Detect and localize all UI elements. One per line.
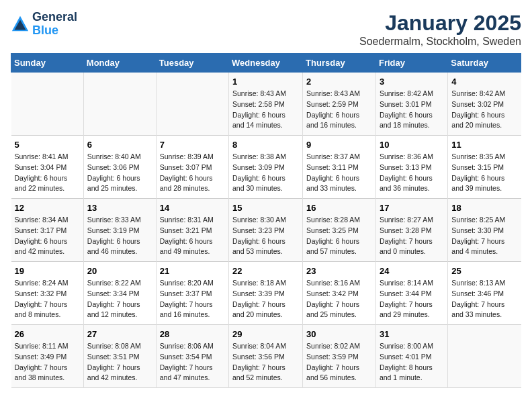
calendar-cell: 7Sunrise: 8:39 AM Sunset: 3:07 PM Daylig… — [156, 136, 228, 199]
day-number: 10 — [380, 140, 444, 150]
calendar-cell: 22Sunrise: 8:18 AM Sunset: 3:39 PM Dayli… — [229, 262, 303, 325]
day-info: Sunrise: 8:13 AM Sunset: 3:46 PM Dayligh… — [451, 278, 517, 320]
day-info: Sunrise: 8:20 AM Sunset: 3:37 PM Dayligh… — [160, 278, 225, 320]
calendar-cell: 11Sunrise: 8:35 AM Sunset: 3:15 PM Dayli… — [448, 136, 521, 199]
weekday-header-row: SundayMondayTuesdayWednesdayThursdayFrid… — [11, 54, 521, 73]
week-row-1: 1Sunrise: 8:43 AM Sunset: 2:58 PM Daylig… — [11, 73, 521, 136]
day-info: Sunrise: 8:30 AM Sunset: 3:23 PM Dayligh… — [232, 215, 299, 257]
calendar-table: SundayMondayTuesdayWednesdayThursdayFrid… — [11, 53, 521, 388]
day-info: Sunrise: 8:39 AM Sunset: 3:07 PM Dayligh… — [160, 152, 225, 194]
calendar-cell: 25Sunrise: 8:13 AM Sunset: 3:46 PM Dayli… — [448, 262, 521, 325]
day-info: Sunrise: 8:33 AM Sunset: 3:19 PM Dayligh… — [87, 215, 152, 257]
day-info: Sunrise: 8:04 AM Sunset: 3:56 PM Dayligh… — [232, 341, 299, 383]
day-number: 17 — [380, 203, 444, 213]
calendar-cell: 18Sunrise: 8:25 AM Sunset: 3:30 PM Dayli… — [448, 199, 521, 262]
calendar-cell — [11, 73, 84, 136]
calendar-cell — [448, 325, 521, 388]
logo: General Blue — [11, 11, 77, 38]
day-number: 14 — [160, 203, 225, 213]
calendar-cell: 4Sunrise: 8:42 AM Sunset: 3:02 PM Daylig… — [448, 73, 521, 136]
page-header: General Blue January 2025 Soedermalm, St… — [11, 11, 521, 48]
calendar-cell: 27Sunrise: 8:08 AM Sunset: 3:51 PM Dayli… — [83, 325, 156, 388]
logo-text: General Blue — [32, 11, 77, 38]
calendar-cell: 20Sunrise: 8:22 AM Sunset: 3:34 PM Dayli… — [83, 262, 156, 325]
day-info: Sunrise: 8:43 AM Sunset: 2:59 PM Dayligh… — [306, 89, 372, 131]
day-info: Sunrise: 8:42 AM Sunset: 3:01 PM Dayligh… — [380, 89, 444, 131]
day-info: Sunrise: 8:24 AM Sunset: 3:32 PM Dayligh… — [15, 278, 80, 320]
day-info: Sunrise: 8:27 AM Sunset: 3:28 PM Dayligh… — [380, 215, 444, 257]
calendar-cell: 16Sunrise: 8:28 AM Sunset: 3:25 PM Dayli… — [303, 199, 376, 262]
day-info: Sunrise: 8:36 AM Sunset: 3:13 PM Dayligh… — [380, 152, 444, 194]
day-number: 6 — [87, 140, 152, 150]
day-number: 25 — [451, 266, 517, 276]
day-number: 30 — [306, 329, 372, 339]
week-row-5: 26Sunrise: 8:11 AM Sunset: 3:49 PM Dayli… — [11, 325, 521, 388]
calendar-cell: 17Sunrise: 8:27 AM Sunset: 3:28 PM Dayli… — [375, 199, 447, 262]
day-number: 18 — [451, 203, 517, 213]
calendar-cell: 10Sunrise: 8:36 AM Sunset: 3:13 PM Dayli… — [375, 136, 447, 199]
day-number: 19 — [15, 266, 80, 276]
calendar-cell — [83, 73, 156, 136]
weekday-header-saturday: Saturday — [448, 54, 521, 73]
calendar-cell: 26Sunrise: 8:11 AM Sunset: 3:49 PM Dayli… — [11, 325, 84, 388]
calendar-title: January 2025 — [359, 11, 521, 36]
day-number: 13 — [87, 203, 152, 213]
day-number: 2 — [306, 77, 372, 87]
day-number: 5 — [15, 140, 80, 150]
day-info: Sunrise: 8:38 AM Sunset: 3:09 PM Dayligh… — [232, 152, 299, 194]
day-info: Sunrise: 8:14 AM Sunset: 3:44 PM Dayligh… — [380, 278, 444, 320]
day-number: 31 — [380, 329, 444, 339]
day-number: 4 — [451, 77, 517, 87]
day-number: 21 — [160, 266, 225, 276]
week-row-2: 5Sunrise: 8:41 AM Sunset: 3:04 PM Daylig… — [11, 136, 521, 199]
day-number: 23 — [306, 266, 372, 276]
weekday-header-tuesday: Tuesday — [156, 54, 228, 73]
week-row-4: 19Sunrise: 8:24 AM Sunset: 3:32 PM Dayli… — [11, 262, 521, 325]
day-number: 26 — [15, 329, 80, 339]
logo-icon — [11, 15, 30, 34]
day-number: 7 — [160, 140, 225, 150]
calendar-cell: 3Sunrise: 8:42 AM Sunset: 3:01 PM Daylig… — [375, 73, 447, 136]
calendar-cell: 5Sunrise: 8:41 AM Sunset: 3:04 PM Daylig… — [11, 136, 84, 199]
calendar-cell: 29Sunrise: 8:04 AM Sunset: 3:56 PM Dayli… — [229, 325, 303, 388]
day-info: Sunrise: 8:34 AM Sunset: 3:17 PM Dayligh… — [15, 215, 80, 257]
day-info: Sunrise: 8:35 AM Sunset: 3:15 PM Dayligh… — [451, 152, 517, 194]
day-number: 11 — [451, 140, 517, 150]
calendar-cell: 28Sunrise: 8:06 AM Sunset: 3:54 PM Dayli… — [156, 325, 228, 388]
calendar-cell: 6Sunrise: 8:40 AM Sunset: 3:06 PM Daylig… — [83, 136, 156, 199]
day-info: Sunrise: 8:37 AM Sunset: 3:11 PM Dayligh… — [306, 152, 372, 194]
day-number: 27 — [87, 329, 152, 339]
day-info: Sunrise: 8:11 AM Sunset: 3:49 PM Dayligh… — [15, 341, 80, 383]
calendar-cell: 12Sunrise: 8:34 AM Sunset: 3:17 PM Dayli… — [11, 199, 84, 262]
day-number: 12 — [15, 203, 80, 213]
day-info: Sunrise: 8:25 AM Sunset: 3:30 PM Dayligh… — [451, 215, 517, 257]
calendar-cell: 31Sunrise: 8:00 AM Sunset: 4:01 PM Dayli… — [375, 325, 447, 388]
title-section: January 2025 Soedermalm, Stockholm, Swed… — [359, 11, 521, 48]
calendar-cell: 1Sunrise: 8:43 AM Sunset: 2:58 PM Daylig… — [229, 73, 303, 136]
weekday-header-wednesday: Wednesday — [229, 54, 303, 73]
day-info: Sunrise: 8:31 AM Sunset: 3:21 PM Dayligh… — [160, 215, 225, 257]
day-number: 1 — [232, 77, 299, 87]
calendar-subtitle: Soedermalm, Stockholm, Sweden — [359, 36, 521, 48]
day-info: Sunrise: 8:16 AM Sunset: 3:42 PM Dayligh… — [306, 278, 372, 320]
calendar-cell: 30Sunrise: 8:02 AM Sunset: 3:59 PM Dayli… — [303, 325, 376, 388]
day-info: Sunrise: 8:28 AM Sunset: 3:25 PM Dayligh… — [306, 215, 372, 257]
calendar-cell: 21Sunrise: 8:20 AM Sunset: 3:37 PM Dayli… — [156, 262, 228, 325]
day-number: 3 — [380, 77, 444, 87]
calendar-cell: 2Sunrise: 8:43 AM Sunset: 2:59 PM Daylig… — [303, 73, 376, 136]
week-row-3: 12Sunrise: 8:34 AM Sunset: 3:17 PM Dayli… — [11, 199, 521, 262]
day-number: 15 — [232, 203, 299, 213]
day-info: Sunrise: 8:06 AM Sunset: 3:54 PM Dayligh… — [160, 341, 225, 383]
day-number: 24 — [380, 266, 444, 276]
day-number: 20 — [87, 266, 152, 276]
weekday-header-monday: Monday — [83, 54, 156, 73]
day-info: Sunrise: 8:43 AM Sunset: 2:58 PM Dayligh… — [232, 89, 299, 131]
day-info: Sunrise: 8:08 AM Sunset: 3:51 PM Dayligh… — [87, 341, 152, 383]
calendar-cell — [156, 73, 228, 136]
weekday-header-thursday: Thursday — [303, 54, 376, 73]
calendar-cell: 14Sunrise: 8:31 AM Sunset: 3:21 PM Dayli… — [156, 199, 228, 262]
day-info: Sunrise: 8:02 AM Sunset: 3:59 PM Dayligh… — [306, 341, 372, 383]
day-info: Sunrise: 8:42 AM Sunset: 3:02 PM Dayligh… — [451, 89, 517, 131]
day-info: Sunrise: 8:18 AM Sunset: 3:39 PM Dayligh… — [232, 278, 299, 320]
calendar-cell: 23Sunrise: 8:16 AM Sunset: 3:42 PM Dayli… — [303, 262, 376, 325]
